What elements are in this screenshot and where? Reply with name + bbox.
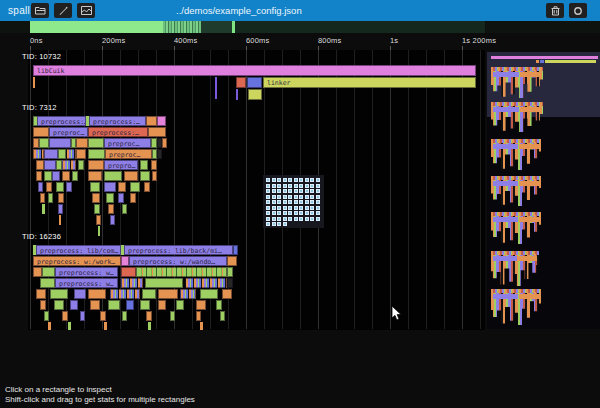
- flame-rect[interactable]: [68, 322, 71, 330]
- flame-rect[interactable]: [33, 267, 42, 277]
- flame-rect[interactable]: [236, 89, 238, 100]
- edit-button[interactable]: [54, 3, 72, 18]
- flame-rect[interactable]: [78, 160, 84, 170]
- flame-rect[interactable]: preproc…: [105, 149, 152, 159]
- flame-rect[interactable]: [90, 182, 100, 192]
- minimap[interactable]: [487, 52, 600, 329]
- flame-rect[interactable]: [146, 116, 157, 126]
- flame-rect[interactable]: [88, 160, 104, 170]
- flame-rect[interactable]: preprocess: w…: [55, 267, 118, 277]
- flame-rect[interactable]: preproc…: [49, 127, 88, 137]
- flame-rect[interactable]: [130, 182, 140, 192]
- flame-rect[interactable]: [52, 171, 60, 181]
- flame-rect[interactable]: [92, 193, 100, 203]
- flame-rect[interactable]: preprocess: w:/wando…: [129, 256, 227, 266]
- flame-rect[interactable]: [36, 289, 46, 299]
- flame-rect[interactable]: [110, 215, 115, 225]
- flame-rect[interactable]: [42, 267, 55, 277]
- flame-rect[interactable]: [88, 289, 106, 299]
- flame-rect[interactable]: [40, 193, 45, 203]
- flame-rect[interactable]: [62, 160, 76, 170]
- flame-rect[interactable]: [66, 149, 76, 159]
- flame-rect[interactable]: [140, 160, 148, 170]
- flame-rect[interactable]: [145, 278, 183, 288]
- flame-rect[interactable]: [144, 182, 150, 192]
- flame-rect[interactable]: [46, 182, 52, 192]
- flame-rect[interactable]: [100, 311, 106, 321]
- flame-rect[interactable]: [39, 138, 49, 148]
- flame-rect[interactable]: [88, 171, 102, 181]
- flame-rect[interactable]: [121, 256, 129, 266]
- flame-rect[interactable]: [50, 289, 68, 299]
- flame-rect[interactable]: [170, 311, 175, 321]
- flame-rect[interactable]: [140, 171, 150, 181]
- flame-rect[interactable]: [118, 193, 124, 203]
- flame-rect[interactable]: preprocess: lib/com…: [36, 245, 121, 255]
- flame-rect[interactable]: [110, 289, 140, 299]
- flame-rect[interactable]: preprocess:…: [89, 116, 146, 126]
- flame-rect[interactable]: [196, 311, 201, 321]
- flame-rect[interactable]: [58, 149, 66, 159]
- flame-rect[interactable]: [70, 300, 78, 310]
- flame-rect[interactable]: [248, 89, 262, 100]
- flame-rect[interactable]: [72, 171, 78, 181]
- flame-rect[interactable]: [36, 171, 42, 181]
- flame-rect[interactable]: [124, 171, 138, 181]
- flame-rect[interactable]: [118, 182, 126, 192]
- flame-rect[interactable]: [157, 116, 166, 126]
- flame-rect[interactable]: [104, 322, 107, 330]
- flame-rect[interactable]: [36, 160, 44, 170]
- save-button[interactable]: [77, 3, 95, 18]
- flame-rect[interactable]: [62, 311, 68, 321]
- flame-rect[interactable]: libCuik: [33, 65, 476, 76]
- timeline-ruler[interactable]: 0ns200ms400ms600ms800ms1s1s 200ms: [0, 33, 600, 50]
- flame-rect[interactable]: [220, 311, 225, 321]
- flame-rect[interactable]: [136, 267, 227, 277]
- delete-button[interactable]: [546, 3, 564, 18]
- flame-rect[interactable]: [38, 182, 43, 192]
- flame-rect[interactable]: [158, 300, 166, 310]
- flame-rect[interactable]: [98, 226, 100, 236]
- flame-rect[interactable]: [121, 278, 143, 288]
- flame-rect[interactable]: [151, 160, 157, 170]
- flame-rect[interactable]: linker: [263, 77, 476, 88]
- flame-rect[interactable]: [56, 182, 64, 192]
- flame-rect[interactable]: [40, 278, 55, 288]
- flame-rect[interactable]: [200, 289, 218, 299]
- flame-rect[interactable]: [122, 204, 127, 214]
- flame-rect[interactable]: [176, 300, 184, 310]
- flame-rect[interactable]: [88, 138, 104, 148]
- flame-rect[interactable]: [148, 322, 151, 330]
- flame-rect[interactable]: [33, 149, 44, 159]
- flame-rect[interactable]: [140, 300, 150, 310]
- flame-rect[interactable]: [180, 289, 196, 299]
- flame-rect[interactable]: [196, 300, 206, 310]
- flame-rect[interactable]: [104, 182, 116, 192]
- flame-rect[interactable]: [44, 149, 58, 159]
- flame-rect[interactable]: [185, 278, 227, 288]
- open-file-button[interactable]: [31, 3, 49, 18]
- flame-rect[interactable]: [88, 149, 105, 159]
- flame-rect[interactable]: [222, 289, 232, 299]
- flame-rect[interactable]: [227, 278, 233, 288]
- flame-rect[interactable]: [33, 77, 35, 88]
- flame-rect[interactable]: [54, 300, 64, 310]
- flame-rect[interactable]: prepro…: [104, 160, 138, 170]
- flame-rect[interactable]: [233, 245, 238, 255]
- flame-rect[interactable]: [58, 193, 64, 203]
- flame-rect[interactable]: [227, 256, 237, 266]
- flame-rect[interactable]: [90, 300, 100, 310]
- flame-rect[interactable]: [62, 171, 70, 181]
- flame-rect[interactable]: [44, 311, 49, 321]
- flame-rect[interactable]: [42, 204, 45, 214]
- flame-rect[interactable]: preprocess: w…: [55, 278, 118, 288]
- flame-rect[interactable]: [216, 300, 222, 310]
- flame-rect[interactable]: [121, 267, 136, 277]
- flame-rect[interactable]: [33, 127, 49, 137]
- flame-rect[interactable]: [104, 171, 122, 181]
- flame-rect[interactable]: [227, 267, 233, 277]
- flame-rect[interactable]: [80, 311, 85, 321]
- flame-rect[interactable]: preproc…: [104, 138, 151, 148]
- flame-rect[interactable]: [48, 322, 51, 330]
- flame-rect[interactable]: [126, 300, 134, 310]
